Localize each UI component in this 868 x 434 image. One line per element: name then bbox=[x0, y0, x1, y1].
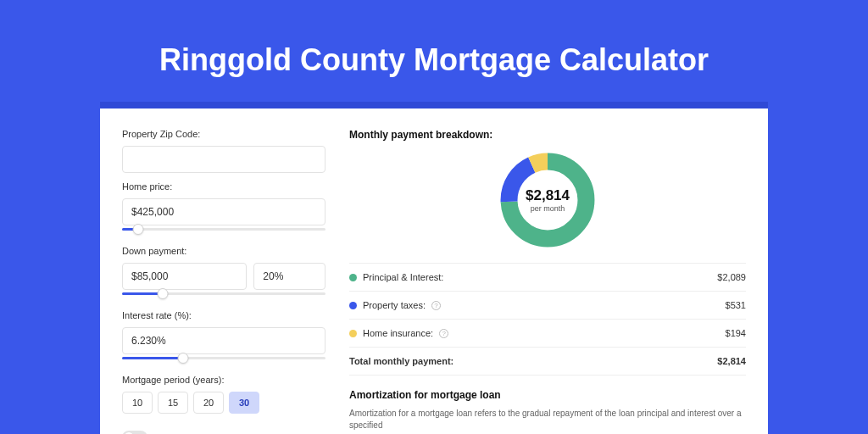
interest-rate-slider[interactable] bbox=[122, 353, 326, 364]
legend-row-pi: Principal & Interest: $2,089 bbox=[349, 264, 746, 292]
down-payment-label: Down payment: bbox=[122, 246, 326, 256]
donut-amount: $2,814 bbox=[526, 187, 570, 204]
breakdown-title: Monthly payment breakdown: bbox=[349, 129, 746, 141]
info-icon[interactable]: ? bbox=[431, 301, 441, 310]
donut-center: $2,814 per month bbox=[497, 149, 598, 251]
total-label: Total monthly payment: bbox=[349, 356, 453, 366]
info-icon[interactable]: ? bbox=[439, 329, 448, 338]
dot-tax bbox=[349, 302, 357, 309]
period-button-30[interactable]: 30 bbox=[229, 392, 259, 414]
legend-row-tax: Property taxes: ? $531 bbox=[349, 292, 746, 320]
home-price-slider[interactable] bbox=[122, 224, 326, 236]
donut-chart-wrap: $2,814 per month bbox=[349, 146, 746, 263]
down-payment-amount-input[interactable] bbox=[122, 263, 247, 290]
period-buttons: 10152030 bbox=[122, 392, 326, 414]
calculator-card: Property Zip Code: Home price: Down paym… bbox=[100, 102, 768, 434]
home-price-label: Home price: bbox=[122, 181, 326, 192]
total-value: $2,814 bbox=[717, 356, 746, 366]
legend-label-ins: Home insurance: bbox=[363, 328, 433, 338]
legend-label-pi: Principal & Interest: bbox=[363, 272, 443, 282]
interest-rate-input[interactable] bbox=[122, 327, 326, 354]
down-payment-percent-input[interactable] bbox=[253, 263, 326, 290]
legend-value-tax: $531 bbox=[726, 300, 746, 310]
donut-per-month: per month bbox=[531, 204, 565, 213]
slider-thumb[interactable] bbox=[133, 224, 144, 235]
legend: Principal & Interest: $2,089 Property ta… bbox=[349, 263, 746, 376]
legend-row-ins: Home insurance: ? $194 bbox=[349, 320, 746, 348]
home-price-input[interactable] bbox=[122, 198, 326, 225]
down-payment-slider[interactable] bbox=[122, 288, 326, 300]
period-button-15[interactable]: 15 bbox=[158, 392, 188, 414]
legend-value-pi: $2,089 bbox=[717, 272, 746, 282]
inputs-panel: Property Zip Code: Home price: Down paym… bbox=[122, 129, 326, 434]
mortgage-period-label: Mortgage period (years): bbox=[122, 375, 326, 385]
dot-pi bbox=[349, 274, 357, 281]
period-button-20[interactable]: 20 bbox=[193, 392, 224, 414]
slider-thumb[interactable] bbox=[158, 288, 169, 299]
interest-rate-label: Interest rate (%): bbox=[122, 310, 326, 320]
legend-row-total: Total monthly payment: $2,814 bbox=[349, 348, 746, 376]
zip-label: Property Zip Code: bbox=[122, 129, 326, 139]
legend-value-ins: $194 bbox=[726, 328, 746, 338]
donut-chart: $2,814 per month bbox=[497, 149, 598, 251]
breakdown-panel: Monthly payment breakdown: $2,814 per mo… bbox=[349, 129, 746, 434]
legend-label-tax: Property taxes: bbox=[363, 300, 426, 310]
period-button-10[interactable]: 10 bbox=[122, 392, 153, 414]
slider-thumb[interactable] bbox=[178, 353, 189, 364]
amortization-title: Amortization for mortgage loan bbox=[349, 389, 746, 401]
amortization-text: Amortization for a mortgage loan refers … bbox=[349, 408, 746, 431]
veteran-toggle[interactable] bbox=[122, 431, 147, 434]
dot-ins bbox=[349, 330, 357, 337]
zip-input[interactable] bbox=[122, 146, 326, 173]
page-title: Ringgold County Mortgage Calculator bbox=[0, 0, 868, 102]
